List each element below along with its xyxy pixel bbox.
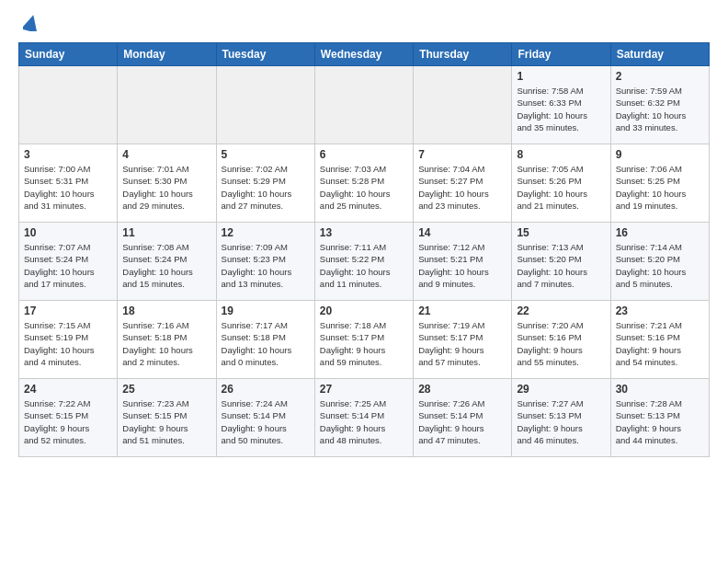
day-number: 19 [222,304,310,317]
day-number: 29 [517,383,605,396]
day-number: 15 [517,226,605,239]
day-info: Sunrise: 7:11 AM Sunset: 5:22 PM Dayligh… [320,241,408,290]
day-info: Sunrise: 7:06 AM Sunset: 5:25 PM Dayligh… [616,163,704,212]
calendar-cell: 20Sunrise: 7:18 AM Sunset: 5:17 PM Dayli… [314,301,413,379]
day-number: 20 [320,304,408,317]
day-number: 16 [616,226,704,239]
calendar-cell: 16Sunrise: 7:14 AM Sunset: 5:20 PM Dayli… [610,223,709,301]
weekday-header-monday: Monday [118,43,216,66]
day-number: 1 [517,70,605,83]
day-number: 8 [517,148,605,161]
calendar-week-5: 24Sunrise: 7:22 AM Sunset: 5:15 PM Dayli… [19,379,710,457]
day-number: 6 [320,148,408,161]
calendar-cell: 22Sunrise: 7:20 AM Sunset: 5:16 PM Dayli… [512,301,610,379]
day-number: 24 [24,383,112,396]
calendar-cell: 28Sunrise: 7:26 AM Sunset: 5:14 PM Dayli… [414,379,512,457]
calendar-cell: 3Sunrise: 7:00 AM Sunset: 5:31 PM Daylig… [19,144,118,223]
day-number: 3 [24,148,112,161]
page: SundayMondayTuesdayWednesdayThursdayFrid… [0,0,728,472]
day-number: 26 [222,383,310,396]
day-info: Sunrise: 7:23 AM Sunset: 5:15 PM Dayligh… [122,397,210,446]
day-info: Sunrise: 7:01 AM Sunset: 5:30 PM Dayligh… [122,163,210,212]
calendar-cell: 25Sunrise: 7:23 AM Sunset: 5:15 PM Dayli… [118,379,216,457]
day-number: 2 [616,70,704,83]
day-info: Sunrise: 7:12 AM Sunset: 5:21 PM Dayligh… [418,241,506,290]
day-number: 7 [418,148,506,161]
calendar-cell: 18Sunrise: 7:16 AM Sunset: 5:18 PM Dayli… [118,301,216,379]
calendar-cell: 30Sunrise: 7:28 AM Sunset: 5:13 PM Dayli… [610,379,709,457]
day-info: Sunrise: 7:21 AM Sunset: 5:16 PM Dayligh… [616,319,704,368]
calendar-cell: 8Sunrise: 7:05 AM Sunset: 5:26 PM Daylig… [512,144,610,223]
calendar-cell: 10Sunrise: 7:07 AM Sunset: 5:24 PM Dayli… [19,223,118,301]
calendar-week-2: 3Sunrise: 7:00 AM Sunset: 5:31 PM Daylig… [19,144,710,223]
day-info: Sunrise: 7:16 AM Sunset: 5:18 PM Dayligh… [122,319,210,368]
day-number: 10 [24,226,112,239]
calendar-cell: 24Sunrise: 7:22 AM Sunset: 5:15 PM Dayli… [19,379,118,457]
weekday-header-thursday: Thursday [414,43,512,66]
logo [18,15,40,31]
calendar-week-4: 17Sunrise: 7:15 AM Sunset: 5:19 PM Dayli… [19,301,710,379]
calendar-cell: 21Sunrise: 7:19 AM Sunset: 5:17 PM Dayli… [414,301,512,379]
calendar-header: SundayMondayTuesdayWednesdayThursdayFrid… [19,43,710,66]
calendar-cell: 9Sunrise: 7:06 AM Sunset: 5:25 PM Daylig… [610,144,709,223]
day-info: Sunrise: 7:20 AM Sunset: 5:16 PM Dayligh… [517,319,605,368]
day-info: Sunrise: 7:14 AM Sunset: 5:20 PM Dayligh… [616,241,704,290]
day-number: 22 [517,304,605,317]
day-number: 30 [616,383,704,396]
calendar-week-1: 1Sunrise: 7:58 AM Sunset: 6:33 PM Daylig… [19,66,710,144]
day-number: 5 [222,148,310,161]
logo-triangle-icon [23,15,40,31]
day-info: Sunrise: 7:08 AM Sunset: 5:24 PM Dayligh… [122,241,210,290]
weekday-header-tuesday: Tuesday [216,43,314,66]
calendar-cell: 4Sunrise: 7:01 AM Sunset: 5:30 PM Daylig… [118,144,216,223]
weekday-header-wednesday: Wednesday [314,43,413,66]
calendar-cell: 6Sunrise: 7:03 AM Sunset: 5:28 PM Daylig… [314,144,413,223]
day-info: Sunrise: 7:22 AM Sunset: 5:15 PM Dayligh… [24,397,112,446]
day-info: Sunrise: 7:26 AM Sunset: 5:14 PM Dayligh… [418,397,506,446]
day-number: 9 [616,148,704,161]
calendar-cell: 11Sunrise: 7:08 AM Sunset: 5:24 PM Dayli… [118,223,216,301]
day-info: Sunrise: 7:09 AM Sunset: 5:23 PM Dayligh… [222,241,310,290]
day-info: Sunrise: 7:03 AM Sunset: 5:28 PM Dayligh… [320,163,408,212]
weekday-header-friday: Friday [512,43,610,66]
day-info: Sunrise: 7:27 AM Sunset: 5:13 PM Dayligh… [517,397,605,446]
calendar-cell: 17Sunrise: 7:15 AM Sunset: 5:19 PM Dayli… [19,301,118,379]
header [18,15,710,31]
weekday-header-sunday: Sunday [19,43,118,66]
day-info: Sunrise: 7:15 AM Sunset: 5:19 PM Dayligh… [24,319,112,368]
calendar-week-3: 10Sunrise: 7:07 AM Sunset: 5:24 PM Dayli… [19,223,710,301]
day-info: Sunrise: 7:28 AM Sunset: 5:13 PM Dayligh… [616,397,704,446]
day-number: 27 [320,383,408,396]
day-number: 12 [222,226,310,239]
weekday-header-row: SundayMondayTuesdayWednesdayThursdayFrid… [19,43,710,66]
calendar-cell: 7Sunrise: 7:04 AM Sunset: 5:27 PM Daylig… [414,144,512,223]
calendar-cell: 13Sunrise: 7:11 AM Sunset: 5:22 PM Dayli… [314,223,413,301]
day-info: Sunrise: 7:59 AM Sunset: 6:32 PM Dayligh… [616,85,704,133]
day-info: Sunrise: 7:17 AM Sunset: 5:18 PM Dayligh… [222,319,310,368]
day-info: Sunrise: 7:00 AM Sunset: 5:31 PM Dayligh… [24,163,112,212]
day-info: Sunrise: 7:19 AM Sunset: 5:17 PM Dayligh… [418,319,506,368]
calendar-cell: 29Sunrise: 7:27 AM Sunset: 5:13 PM Dayli… [512,379,610,457]
day-info: Sunrise: 7:18 AM Sunset: 5:17 PM Dayligh… [320,319,408,368]
calendar-cell: 15Sunrise: 7:13 AM Sunset: 5:20 PM Dayli… [512,223,610,301]
day-info: Sunrise: 7:58 AM Sunset: 6:33 PM Dayligh… [517,85,605,133]
day-number: 11 [122,226,210,239]
calendar-cell: 26Sunrise: 7:24 AM Sunset: 5:14 PM Dayli… [216,379,314,457]
day-number: 14 [418,226,506,239]
calendar-cell [314,66,413,144]
calendar-cell: 12Sunrise: 7:09 AM Sunset: 5:23 PM Dayli… [216,223,314,301]
calendar-cell: 23Sunrise: 7:21 AM Sunset: 5:16 PM Dayli… [610,301,709,379]
day-info: Sunrise: 7:07 AM Sunset: 5:24 PM Dayligh… [24,241,112,290]
calendar-cell [216,66,314,144]
day-number: 18 [122,304,210,317]
day-number: 17 [24,304,112,317]
calendar-cell: 2Sunrise: 7:59 AM Sunset: 6:32 PM Daylig… [610,66,709,144]
svg-marker-0 [23,15,40,31]
weekday-header-saturday: Saturday [610,43,709,66]
day-info: Sunrise: 7:05 AM Sunset: 5:26 PM Dayligh… [517,163,605,212]
calendar: SundayMondayTuesdayWednesdayThursdayFrid… [18,42,710,457]
day-info: Sunrise: 7:13 AM Sunset: 5:20 PM Dayligh… [517,241,605,290]
day-info: Sunrise: 7:24 AM Sunset: 5:14 PM Dayligh… [222,397,310,446]
calendar-cell: 14Sunrise: 7:12 AM Sunset: 5:21 PM Dayli… [414,223,512,301]
day-info: Sunrise: 7:25 AM Sunset: 5:14 PM Dayligh… [320,397,408,446]
